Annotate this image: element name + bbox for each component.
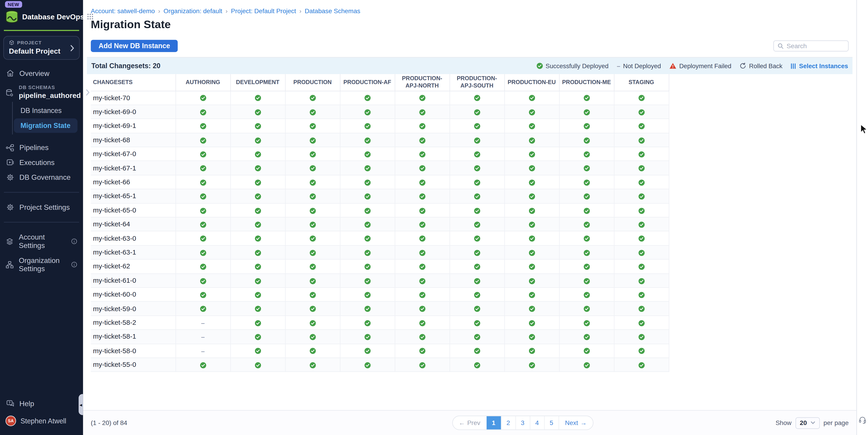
app-switcher-grid-icon[interactable] xyxy=(87,13,94,20)
info-icon[interactable] xyxy=(71,261,78,268)
sidebar-item-project-settings[interactable]: Project Settings xyxy=(0,200,83,215)
status-cell xyxy=(614,119,669,133)
status-cell xyxy=(340,91,395,105)
status-cell xyxy=(614,105,669,119)
status-cell xyxy=(450,330,504,344)
search-icon xyxy=(777,43,784,49)
sidebar-item-db-governance[interactable]: DB Governance xyxy=(0,170,83,185)
success-icon xyxy=(254,95,261,102)
success-icon xyxy=(528,207,535,214)
success-icon xyxy=(419,278,425,284)
page-button-1[interactable]: 1 xyxy=(487,416,501,429)
column-header: DEVELOPMENT xyxy=(230,74,285,91)
sidebar-item-account-settings[interactable]: Account Settings xyxy=(0,230,83,253)
success-icon xyxy=(528,320,535,327)
pipelines-icon xyxy=(5,144,14,151)
success-icon xyxy=(199,306,206,312)
total-changesets: Total Changesets: 20 xyxy=(91,62,160,70)
status-cell xyxy=(395,316,450,330)
success-icon xyxy=(419,334,425,340)
success-icon xyxy=(638,320,645,327)
success-icon xyxy=(309,193,316,200)
table-row: my-ticket-59-0 xyxy=(91,302,669,316)
status-cell xyxy=(176,302,230,316)
breadcrumb: Account: satwell-demo›Organization: defa… xyxy=(91,0,849,14)
sidebar-item-migration-state[interactable]: Migration State xyxy=(14,118,78,133)
status-cell xyxy=(340,287,395,302)
status-cell xyxy=(450,189,504,203)
search-input[interactable] xyxy=(787,43,845,49)
breadcrumb-link[interactable]: Account: satwell-demo xyxy=(91,8,155,14)
status-cell xyxy=(559,217,614,231)
status-cell xyxy=(285,358,340,372)
changeset-name: my-ticket-70 xyxy=(91,91,176,105)
success-icon xyxy=(364,193,371,200)
sidebar-item-label: Pipelines xyxy=(19,144,49,152)
success-icon xyxy=(254,236,261,242)
success-icon xyxy=(638,306,645,312)
success-icon xyxy=(309,263,316,270)
success-icon xyxy=(473,165,480,172)
sidebar-item-overview[interactable]: Overview xyxy=(0,66,83,81)
changeset-name: my-ticket-69-0 xyxy=(91,105,176,119)
status-cell xyxy=(230,203,285,217)
success-icon xyxy=(528,193,535,200)
page-button-2[interactable]: 2 xyxy=(501,416,515,429)
status-cell xyxy=(176,175,230,189)
success-icon xyxy=(364,263,371,270)
breadcrumb-link[interactable]: Organization: default xyxy=(164,8,222,14)
success-icon xyxy=(309,348,316,354)
status-cell xyxy=(230,217,285,231)
success-icon xyxy=(199,137,206,144)
sidebar-collapse-handle[interactable]: ◀ xyxy=(79,394,83,415)
info-icon[interactable] xyxy=(71,238,78,245)
success-icon xyxy=(528,109,535,116)
user-avatar: SA xyxy=(5,416,16,426)
sidebar-item-label: Executions xyxy=(19,158,55,166)
status-cell: – xyxy=(176,330,230,344)
status-cell xyxy=(504,245,559,259)
add-new-db-instance-button[interactable]: Add New DB Instance xyxy=(91,40,178,52)
project-selector[interactable]: PROJECT Default Project xyxy=(3,36,80,60)
column-header: PRODUCTION-APJ-SOUTH xyxy=(450,74,504,91)
success-icon xyxy=(364,348,371,354)
page-button-5[interactable]: 5 xyxy=(544,416,558,429)
table-row: my-ticket-55-0 xyxy=(91,358,669,372)
select-instances-link[interactable]: Select Instances xyxy=(791,62,848,69)
support-headset-icon[interactable] xyxy=(859,416,866,426)
page-button-4[interactable]: 4 xyxy=(530,416,544,429)
legend-not-deployed: – Not Deployed xyxy=(617,62,661,69)
status-cell xyxy=(176,133,230,147)
success-icon xyxy=(583,320,590,327)
success-icon xyxy=(638,250,645,256)
breadcrumb-link[interactable]: Project: Default Project xyxy=(231,8,296,14)
status-cell xyxy=(395,203,450,217)
legend-label: Rolled Back xyxy=(749,62,782,69)
search-box[interactable] xyxy=(773,40,848,52)
page-button-3[interactable]: 3 xyxy=(515,416,529,429)
page-size-select[interactable]: 20 xyxy=(795,417,819,429)
next-page-button[interactable]: Next→ xyxy=(558,416,593,429)
breadcrumb-link[interactable]: Database Schemas xyxy=(305,8,361,14)
column-header: PRODUCTION-ME xyxy=(559,74,614,91)
status-cell xyxy=(176,245,230,259)
table-row: my-ticket-69-0 xyxy=(91,105,669,119)
prev-page-button[interactable]: ←Prev xyxy=(453,416,487,429)
status-cell xyxy=(285,245,340,259)
status-cell xyxy=(559,91,614,105)
success-icon xyxy=(254,193,261,200)
user-menu[interactable]: SA Stephen Atwell xyxy=(0,411,83,431)
sidebar-item-executions[interactable]: Executions xyxy=(0,155,83,170)
status-cell xyxy=(340,231,395,245)
success-icon xyxy=(254,221,261,228)
sidebar-item-db-instances[interactable]: DB Instances xyxy=(14,103,78,118)
changeset-name: my-ticket-55-0 xyxy=(91,358,176,372)
status-cell xyxy=(230,231,285,245)
sidebar-item-organization-settings[interactable]: Organization Settings xyxy=(0,253,83,276)
sidebar-item-help[interactable]: Help xyxy=(0,396,83,411)
sidebar-item-pipelines[interactable]: Pipelines xyxy=(0,140,83,155)
success-icon xyxy=(199,165,206,172)
pagination-footer: (1 - 20) of 84 ←Prev 12345 Next→ Show 20… xyxy=(83,410,856,435)
sidebar-item-db-schemas[interactable]: DB SCHEMAS pipeline_authored xyxy=(0,81,83,102)
status-cell xyxy=(614,259,669,273)
